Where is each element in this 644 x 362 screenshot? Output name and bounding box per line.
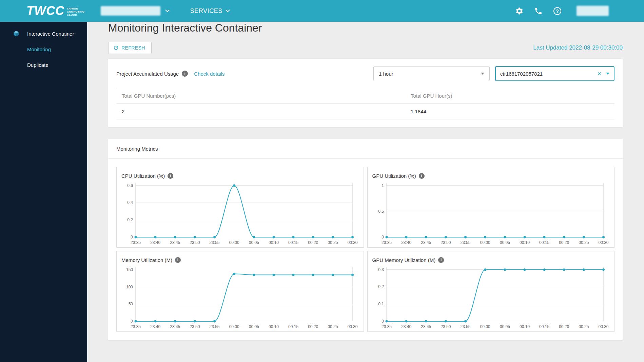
info-icon[interactable] <box>438 257 444 263</box>
chevron-down-icon[interactable] <box>606 73 609 75</box>
phone-icon <box>534 7 543 15</box>
last-updated-text: Last Updated 2022-08-29 00:30:00 <box>533 44 623 51</box>
svg-text:00:15: 00:15 <box>539 324 549 329</box>
svg-text:00:10: 00:10 <box>519 324 529 329</box>
svg-text:00:00: 00:00 <box>229 240 239 245</box>
svg-text:50: 50 <box>129 302 133 306</box>
svg-text:0: 0 <box>131 235 133 240</box>
svg-text:00:25: 00:25 <box>328 324 338 329</box>
chart-title-row: CPU Utilization (%) <box>121 171 359 180</box>
chart-title: GPU Memory Utilization (M) <box>372 257 436 263</box>
svg-text:00:20: 00:20 <box>559 240 569 245</box>
svg-text:00:30: 00:30 <box>598 240 608 245</box>
check-details-link[interactable]: Check details <box>194 71 225 77</box>
container-select[interactable]: ctr1661702057821 × <box>495 66 614 81</box>
main-area: Home > Interactive Container Management … <box>87 0 644 340</box>
chart-title-row: GPU Memory Utilization (M) <box>372 255 610 264</box>
topbar-right-group <box>515 6 644 16</box>
svg-text:00:10: 00:10 <box>519 240 529 245</box>
refresh-button-label: REFRESH <box>121 45 145 51</box>
refresh-icon <box>113 45 119 51</box>
sidebar-item-duplicate[interactable]: Duplicate <box>0 57 87 73</box>
info-icon[interactable] <box>168 173 173 179</box>
svg-text:23:50: 23:50 <box>441 324 451 329</box>
username-redacted[interactable] <box>577 6 609 16</box>
svg-text:23:35: 23:35 <box>381 324 391 329</box>
svg-text:1: 1 <box>382 183 384 188</box>
svg-text:00:00: 00:00 <box>480 240 490 245</box>
sidebar-item-label: Duplicate <box>27 62 48 68</box>
memory-utilization-chart: 05010015023:3523:4023:4523:5023:5500:000… <box>121 264 359 331</box>
contact-button[interactable] <box>534 6 543 15</box>
sidebar-item-interactive-container[interactable]: Interactive Container <box>0 26 87 41</box>
svg-text:23:40: 23:40 <box>150 240 160 245</box>
cube-icon <box>13 30 20 37</box>
svg-text:23:35: 23:35 <box>381 240 391 245</box>
svg-text:23:45: 23:45 <box>170 324 180 329</box>
refresh-button[interactable]: REFRESH <box>108 42 152 54</box>
chevron-down-icon[interactable] <box>165 8 170 12</box>
sidebar-item-label: Monitoring <box>27 46 51 52</box>
cpu-utilization-chart: 00.20.40.623:3523:4023:4523:5023:5500:00… <box>121 180 359 247</box>
svg-text:00:10: 00:10 <box>269 324 279 329</box>
chevron-down-icon <box>481 73 484 75</box>
svg-text:0.4: 0.4 <box>127 200 133 205</box>
services-menu[interactable]: SERVICES <box>190 7 229 15</box>
svg-text:00:20: 00:20 <box>308 240 318 245</box>
svg-text:0: 0 <box>382 235 384 240</box>
gear-icon <box>515 7 524 15</box>
settings-button[interactable] <box>515 6 524 15</box>
svg-text:0: 0 <box>382 319 384 324</box>
gpu-utilization-panel: GPU Utilization (%) 00.5123:3523:4023:45… <box>367 167 615 248</box>
usage-table: Total GPU Number(pcs) Total GPU Hour(s) … <box>116 88 614 119</box>
svg-text:23:45: 23:45 <box>170 240 180 245</box>
clear-icon[interactable]: × <box>595 70 603 77</box>
time-range-select[interactable]: 1 hour <box>373 66 490 81</box>
svg-text:23:55: 23:55 <box>210 324 220 329</box>
twcc-logo[interactable]: TWCC TAIWAN COMPUTING CLOUD <box>26 5 84 17</box>
usage-gpu-hours-value: 1.1844 <box>405 104 614 119</box>
usage-card-title: Project Accumulated Usage <box>116 71 179 77</box>
svg-text:23:50: 23:50 <box>190 240 200 245</box>
chart-title-row: Memory Utilization (M) <box>121 255 359 264</box>
sidebar-item-label: Interactive Container <box>27 31 74 37</box>
cpu-utilization-panel: CPU Utilization (%) 00.20.40.623:3523:40… <box>116 167 364 248</box>
project-selector-redacted[interactable] <box>101 6 160 16</box>
services-menu-label: SERVICES <box>190 7 222 15</box>
svg-text:00:00: 00:00 <box>229 324 239 329</box>
usage-table-row: 2 1.1844 <box>116 104 614 119</box>
info-icon[interactable] <box>182 71 188 77</box>
usage-card-header: Project Accumulated Usage Check details … <box>116 66 614 81</box>
svg-text:00:25: 00:25 <box>328 240 338 245</box>
info-icon[interactable] <box>419 173 425 179</box>
svg-text:23:40: 23:40 <box>401 324 411 329</box>
svg-text:0: 0 <box>131 319 133 324</box>
chart-title: Memory Utilization (M) <box>121 257 172 263</box>
help-button[interactable] <box>553 6 562 15</box>
svg-text:0.5: 0.5 <box>378 209 384 214</box>
svg-text:0.2: 0.2 <box>127 217 133 222</box>
svg-text:23:40: 23:40 <box>150 324 160 329</box>
svg-text:23:35: 23:35 <box>131 240 141 245</box>
svg-text:00:25: 00:25 <box>579 240 589 245</box>
twcc-logo-subtext: TAIWAN COMPUTING CLOUD <box>67 7 85 16</box>
usage-gpu-number-value: 2 <box>116 104 405 119</box>
gpu-memory-utilization-panel: GPU Memory Utilization (M) 00.10.20.323:… <box>367 251 615 332</box>
svg-text:0.6: 0.6 <box>127 183 133 188</box>
svg-text:23:50: 23:50 <box>441 240 451 245</box>
info-icon[interactable] <box>175 257 181 263</box>
svg-text:00:15: 00:15 <box>539 240 549 245</box>
gpu-utilization-chart: 00.5123:3523:4023:4523:5023:5500:0000:05… <box>372 180 610 247</box>
svg-text:00:30: 00:30 <box>598 324 608 329</box>
chart-title-row: GPU Utilization (%) <box>372 171 610 180</box>
toolbar-row: REFRESH Last Updated 2022-08-29 00:30:00 <box>108 42 623 54</box>
svg-text:00:30: 00:30 <box>348 240 358 245</box>
sidebar-item-monitoring[interactable]: Monitoring <box>0 41 87 57</box>
gpu-memory-utilization-chart: 00.10.20.323:3523:4023:4523:5023:5500:00… <box>372 264 610 331</box>
svg-text:00:20: 00:20 <box>559 324 569 329</box>
svg-text:00:15: 00:15 <box>288 240 298 245</box>
metrics-chart-grid: CPU Utilization (%) 00.20.40.623:3523:40… <box>108 159 623 340</box>
svg-text:00:25: 00:25 <box>579 324 589 329</box>
help-icon <box>553 7 561 15</box>
svg-text:00:05: 00:05 <box>500 324 510 329</box>
